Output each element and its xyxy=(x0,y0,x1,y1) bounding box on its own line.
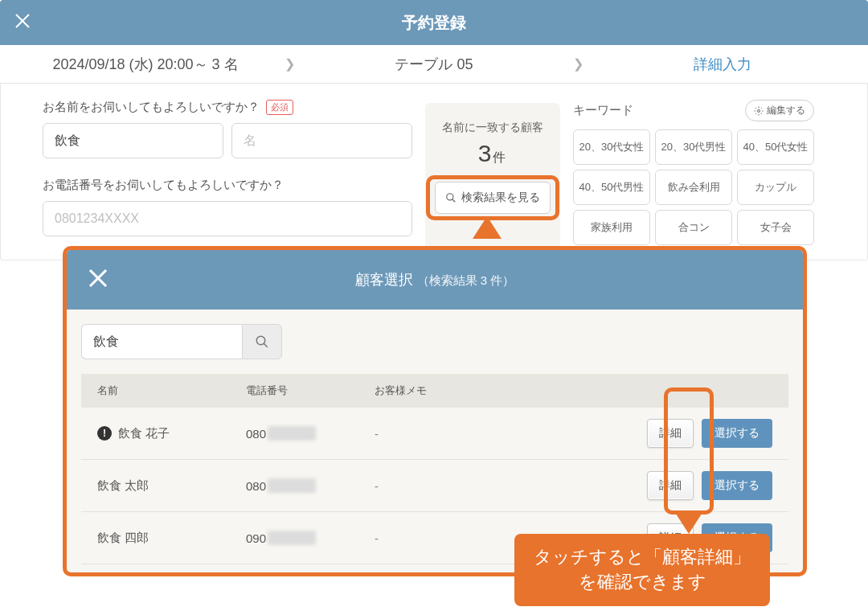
last-name-input[interactable] xyxy=(43,123,223,158)
app-header: 予約登録 xyxy=(0,0,868,45)
keyword-chip[interactable]: 40、50代女性 xyxy=(737,129,814,165)
alert-icon: ! xyxy=(97,426,112,441)
svg-point-4 xyxy=(758,109,760,112)
match-count: 3件 xyxy=(432,140,554,167)
svg-line-8 xyxy=(264,343,268,347)
first-name-input[interactable] xyxy=(231,123,412,158)
close-icon[interactable] xyxy=(86,266,110,293)
gear-icon xyxy=(754,106,764,116)
arrow-up-icon xyxy=(473,216,502,239)
keyword-chip[interactable]: カップル xyxy=(737,170,814,205)
close-icon[interactable] xyxy=(13,11,32,34)
col-header-name: 名前 xyxy=(97,383,246,398)
arrow-down-icon xyxy=(674,511,703,534)
phone-masked xyxy=(268,531,316,545)
match-count-unit: 件 xyxy=(493,150,507,164)
search-icon xyxy=(255,334,269,349)
required-badge: 必須 xyxy=(266,100,293,115)
detail-button[interactable]: 詳細 xyxy=(647,471,694,500)
tooltip-line2: を確認できます xyxy=(534,570,751,595)
keyword-chip[interactable]: 20、30代男性 xyxy=(655,129,732,165)
phone-input[interactable] xyxy=(43,201,412,236)
match-label: 名前に一致する顧客 xyxy=(432,121,554,135)
keyword-chip[interactable]: 女子会 xyxy=(737,210,814,245)
edit-keywords-label: 編集する xyxy=(767,104,805,117)
keyword-title: キーワード xyxy=(573,103,633,118)
customer-name: 飲食 花子 xyxy=(118,426,170,441)
breadcrumb: 2024/09/18 (水) 20:00～ 3 名 ❯ テーブル 05 ❯ 詳細… xyxy=(0,45,868,84)
select-button[interactable]: 選択する xyxy=(702,471,772,500)
keyword-chip[interactable]: 20、30代女性 xyxy=(573,129,650,165)
name-label: お名前をお伺いしてもよろしいですか？ 必須 xyxy=(43,100,412,115)
phone-masked xyxy=(268,478,316,493)
form-column: お名前をお伺いしてもよろしいですか？ 必須 お電話番号をお伺いしてもよろしいです… xyxy=(43,100,412,260)
breadcrumb-step-2[interactable]: テーブル 05 xyxy=(301,55,567,74)
tooltip-callout: タッチすると「顧客詳細」 を確認できます xyxy=(514,534,770,606)
customer-name: 飲食 四郎 xyxy=(97,531,149,546)
modal-header: 顧客選択 （検索結果 3 件） xyxy=(67,250,803,310)
modal-title: 顧客選択 （検索結果 3 件） xyxy=(67,270,803,289)
phone-masked xyxy=(268,426,316,441)
table-row: !飲食 花子080-詳細選択する xyxy=(81,408,788,460)
col-header-memo: お客様メモ xyxy=(375,383,772,398)
keyword-column: キーワード 編集する 20、30代女性20、30代男性40、50代女性40、50… xyxy=(573,100,814,260)
breadcrumb-step-3[interactable]: 詳細入力 xyxy=(590,55,855,74)
keyword-chip[interactable]: 家族利用 xyxy=(573,210,650,245)
table-header: 名前 電話番号 お客様メモ xyxy=(81,374,788,408)
main-panel: お名前をお伺いしてもよろしいですか？ 必須 お電話番号をお伺いしてもよろしいです… xyxy=(0,84,868,260)
phone-label: お電話番号をお伺いしてもよろしいですか？ xyxy=(43,178,412,193)
col-header-phone: 電話番号 xyxy=(246,383,375,398)
match-count-number: 3 xyxy=(478,140,493,166)
highlight-view-results xyxy=(426,175,559,220)
phone-prefix: 080 xyxy=(246,427,266,441)
customer-memo: - xyxy=(375,427,647,441)
svg-point-7 xyxy=(256,336,265,345)
name-label-text: お名前をお伺いしてもよろしいですか？ xyxy=(43,100,260,115)
phone-prefix: 080 xyxy=(246,479,266,493)
chevron-right-icon: ❯ xyxy=(567,56,590,72)
customer-name: 飲食 太郎 xyxy=(97,478,149,494)
keyword-chip[interactable]: 40、50代男性 xyxy=(573,170,650,205)
tooltip-line1: タッチすると「顧客詳細」 xyxy=(534,545,751,570)
page-title: 予約登録 xyxy=(0,12,868,34)
modal-title-text: 顧客選択 xyxy=(355,272,413,288)
breadcrumb-step-1[interactable]: 2024/09/18 (水) 20:00～ 3 名 xyxy=(13,55,278,74)
customer-memo: - xyxy=(375,479,647,493)
table-row: 飲食 太郎080-詳細選択する xyxy=(81,460,788,512)
modal-subtitle: （検索結果 3 件） xyxy=(417,273,515,287)
chevron-right-icon: ❯ xyxy=(278,56,301,72)
detail-button[interactable]: 詳細 xyxy=(647,419,694,448)
phone-prefix: 090 xyxy=(246,531,266,545)
modal-search-input[interactable] xyxy=(81,324,242,359)
search-button[interactable] xyxy=(242,324,282,359)
keyword-chip[interactable]: 合コン xyxy=(655,210,732,245)
edit-keywords-button[interactable]: 編集する xyxy=(745,100,814,121)
select-button[interactable]: 選択する xyxy=(702,419,772,448)
keyword-chip[interactable]: 飲み会利用 xyxy=(655,170,732,205)
